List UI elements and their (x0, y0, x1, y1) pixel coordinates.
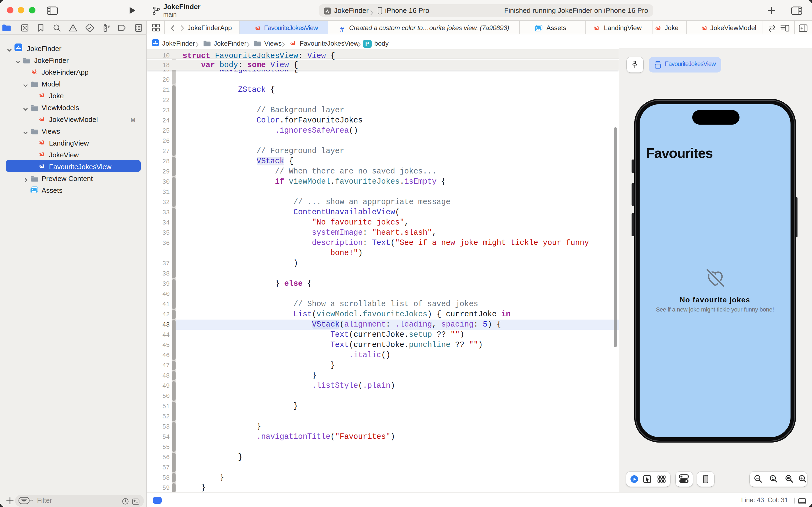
svg-text:1: 1 (772, 476, 774, 481)
